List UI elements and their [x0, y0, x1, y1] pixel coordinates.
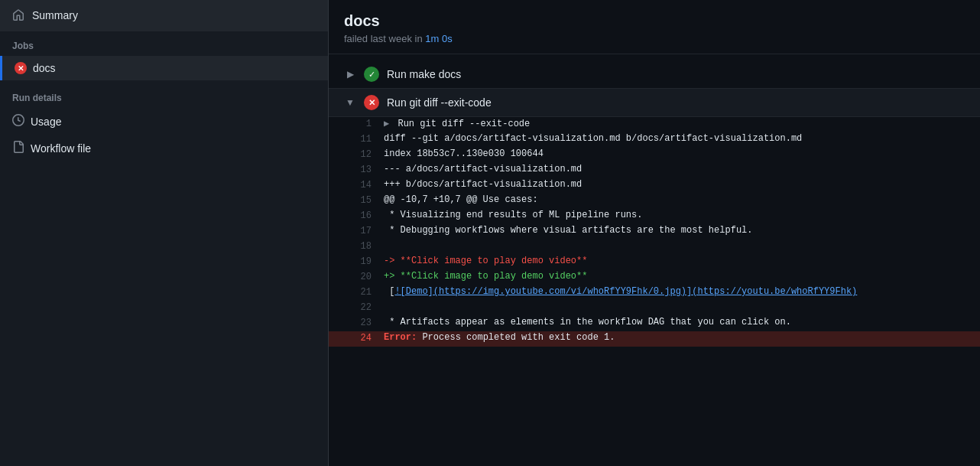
duration-link[interactable]: 1m 0s — [425, 33, 452, 44]
main-subtitle: failed last week in 1m 0s — [344, 33, 965, 44]
error-icon: ✕ — [364, 95, 379, 110]
log-line[interactable]: 23 * Artifacts appear as elements in the… — [329, 316, 980, 331]
workflow-file-label: Workflow file — [31, 142, 91, 155]
sidebar-item-summary[interactable]: Summary — [0, 0, 328, 31]
step-run-make-docs[interactable]: ▶ ✓ Run make docs — [329, 60, 980, 89]
usage-label: Usage — [31, 116, 61, 128]
step-label: Run make docs — [387, 68, 965, 80]
chevron-down-icon: ▼ — [344, 96, 356, 109]
steps-container: ▶ ✓ Run make docs ▼ ✕ Run git diff --exi… — [329, 54, 980, 466]
log-line[interactable]: 12 index 18b53c7..130e030 100644 — [329, 148, 980, 163]
log-line[interactable]: 1 ▶ Run git diff --exit-code — [329, 117, 980, 132]
step-run-git-diff[interactable]: ▼ ✕ Run git diff --exit-code — [329, 89, 980, 117]
log-line[interactable]: 22 — [329, 301, 980, 316]
clock-icon — [12, 114, 24, 129]
log-line[interactable]: 14 +++ b/docs/artifact-visualization.md — [329, 178, 980, 194]
log-line[interactable]: 19 -> **Click image to play demo video** — [329, 255, 980, 270]
subtitle-text: failed last week in — [344, 33, 423, 44]
log-line[interactable]: 13 --- a/docs/artifact-visualization.md — [329, 163, 980, 178]
sidebar-item-workflow-file[interactable]: Workflow file — [0, 135, 328, 161]
log-line[interactable]: 20 +> **Click image to play demo video** — [329, 270, 980, 285]
step-label: Run git diff --exit-code — [387, 96, 965, 109]
main-content: docs failed last week in 1m 0s ▶ ✓ Run m… — [329, 0, 980, 466]
run-details-label: Run details — [0, 80, 328, 108]
log-line[interactable]: 15 @@ -10,7 +10,7 @@ Use cases: — [329, 194, 980, 209]
log-line[interactable]: 17 * Debugging workflows where visual ar… — [329, 224, 980, 240]
file-icon — [12, 141, 24, 155]
log-line[interactable]: 18 — [329, 240, 980, 255]
sidebar-item-usage[interactable]: Usage — [0, 108, 328, 135]
log-line[interactable]: 11 diff --git a/docs/artifact-visualizat… — [329, 132, 980, 148]
job-name: docs — [33, 62, 56, 74]
log-line[interactable]: 16 * Visualizing end results of ML pipel… — [329, 209, 980, 224]
error-icon: ✕ — [15, 62, 27, 74]
log-line[interactable]: 21 [![Demo](https://img.youtube.com/vi/w… — [329, 285, 980, 301]
main-title: docs — [344, 12, 965, 30]
sidebar-item-docs[interactable]: ✕ docs — [0, 56, 328, 80]
jobs-section-label: Jobs — [0, 31, 328, 56]
log-container: 1 ▶ Run git diff --exit-code 11 diff --g… — [329, 117, 980, 347]
log-line-error[interactable]: 24 Error: Process completed with exit co… — [329, 331, 980, 347]
home-icon — [12, 9, 24, 21]
main-header: docs failed last week in 1m 0s — [329, 0, 980, 54]
chevron-right-icon: ▶ — [344, 68, 356, 80]
summary-label: Summary — [32, 9, 78, 21]
sidebar: Summary Jobs ✕ docs Run details Usage Wo… — [0, 0, 329, 466]
success-icon: ✓ — [364, 67, 379, 82]
